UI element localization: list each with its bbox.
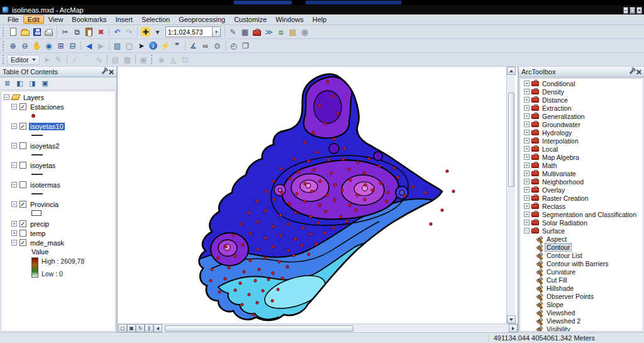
layer-item-isoyetas2[interactable]: −isoyetas2 [1,141,115,150]
expand-icon[interactable]: + [524,211,530,217]
attributes-icon[interactable]: ▤ [109,53,121,65]
tool-item-slope[interactable]: Slope [520,300,643,308]
tool-item-viewshed-2[interactable]: Viewshed 2 [520,317,643,325]
toolbox-label[interactable]: Math [541,162,558,169]
tool-item-viewshed[interactable]: Viewshed [520,308,643,317]
pin-icon[interactable] [102,69,106,74]
collapse-icon[interactable]: − [11,240,17,245]
toolbox-item-generalization[interactable]: +Generalization [520,112,643,120]
sketch-properties-icon[interactable]: ▦ [121,53,133,65]
toolbox-label[interactable]: Extraction [541,104,573,112]
zoom-in-icon[interactable]: ⊕ [7,40,19,52]
scroll-left-button[interactable] [153,324,162,332]
edit-tool-icon[interactable]: ✎ [227,26,239,38]
cut-icon[interactable]: ✂ [59,26,71,38]
forward-extent-icon[interactable]: ▶ [95,40,107,52]
toolbox-item-density[interactable]: +Density [520,87,643,96]
layer-item-precip[interactable]: +✓precip [1,219,115,228]
trace-feature-icon[interactable]: ⊡ [179,53,191,65]
arctoolbox-window-icon[interactable] [251,26,263,38]
toolbox-label[interactable]: Conditional [541,80,577,87]
toolbar-grip[interactable] [151,55,153,64]
create-features-icon[interactable]: ▣ [138,53,150,65]
toolbox-item-raster-creation[interactable]: +Raster Creation [520,194,643,202]
menu-selection[interactable]: Selection [137,15,174,24]
catalog-window-icon[interactable]: ▤ [287,26,299,38]
expand-icon[interactable]: + [524,203,530,209]
layer-checkbox[interactable]: ✓ [19,220,26,227]
search-window-icon[interactable]: ◎ [299,26,311,38]
paste-icon[interactable] [83,26,95,38]
expand-icon[interactable]: + [524,105,530,111]
layer-item-temp[interactable]: +temp [1,228,115,238]
menu-file[interactable]: File [3,15,23,24]
expand-icon[interactable]: + [524,113,530,119]
editor-menu-button[interactable]: Editor [7,55,40,65]
layer-checkbox[interactable]: ✓ [19,239,26,246]
tool-label[interactable]: Slope [545,301,565,308]
hyperlink-icon[interactable]: ⚡ [159,40,171,52]
menu-bookmarks[interactable]: Bookmarks [67,15,111,24]
tool-item-observer-points[interactable]: Observer Points [520,292,643,300]
tool-label[interactable]: Aspect [545,235,568,243]
list-by-source-icon[interactable]: ◧ [14,78,25,89]
close-icon[interactable] [636,69,641,75]
layer-label[interactable]: isoyetas10 [29,123,65,130]
layer-checkbox[interactable] [19,230,26,237]
toolbox-label[interactable]: Hydrology [541,129,573,137]
delete-icon[interactable]: ✖ [95,26,107,38]
toolbox-item-segmentation-and-classification[interactable]: +Segmentation and Classification [520,210,643,218]
add-data-icon[interactable]: ✚ [141,27,150,37]
pin-icon[interactable] [630,69,634,74]
collapse-icon[interactable]: − [524,228,530,233]
layer-checkbox[interactable]: ✓ [19,123,26,130]
collapse-icon[interactable]: − [11,201,17,207]
scroll-right-button[interactable] [509,324,518,332]
layer-checkbox[interactable] [19,162,26,169]
expand-icon[interactable]: + [11,230,17,236]
snapping-icon[interactable]: ◈ [155,53,167,65]
copy-icon[interactable]: ⧉ [71,26,83,38]
find-icon[interactable]: ∞ [199,40,211,52]
toolbar-grip[interactable] [3,27,4,37]
straight-segment-icon[interactable]: ∕ [69,53,81,65]
layer-label[interactable]: isoyetas2 [29,142,60,150]
edit-arrow-icon[interactable]: ➤ [41,53,53,65]
layer-label[interactable]: precip [29,220,50,228]
toolbox-label[interactable]: Neighborhood [541,178,585,186]
layer-label[interactable]: isotermas [29,181,62,189]
tool-label[interactable]: Viewshed 2 [545,317,582,325]
tool-label[interactable]: Visibility [545,325,572,332]
collapse-icon[interactable]: − [4,94,9,100]
tool-label[interactable]: Contour [545,244,571,251]
fixed-zoom-out-icon[interactable]: ⊟ [67,40,79,52]
menu-customize[interactable]: Customize [230,15,271,24]
toolbar-grip[interactable] [3,41,4,50]
menu-view[interactable]: View [44,15,68,24]
pause-drawing-button[interactable]: ∥ [145,324,153,332]
layer-item-isotermas[interactable]: −isotermas [1,180,115,189]
pan-icon[interactable]: ✋ [31,40,43,52]
sketch-tool-icon[interactable]: ✎ [53,53,65,65]
save-icon[interactable] [31,26,43,38]
expand-icon[interactable]: + [524,138,530,143]
toolbox-item-neighborhood[interactable]: +Neighborhood [520,177,643,186]
menu-geoprocessing[interactable]: Geoprocessing [174,15,230,24]
expand-icon[interactable]: + [11,221,17,227]
tool-item-cut-fill[interactable]: Cut Fill [520,276,643,284]
topology-icon[interactable]: ◬ [167,53,179,65]
layer-label[interactable]: temp [29,230,47,237]
expand-icon[interactable]: + [524,195,530,201]
expand-icon[interactable]: + [524,154,530,160]
menu-insert[interactable]: Insert [111,15,137,24]
select-elements-icon[interactable]: ➤ [135,40,147,52]
toolbox-item-local[interactable]: +Local [520,145,643,153]
expand-icon[interactable]: + [524,81,530,86]
layout-view-button[interactable]: ▣ [127,324,136,332]
toolbox-item-reclass[interactable]: +Reclass [520,202,643,210]
python-window-icon[interactable]: ≫ [263,26,275,38]
viewer-window-icon[interactable]: ❐ [240,40,252,52]
tool-item-aspect[interactable]: Aspect [520,235,643,243]
layer-checkbox[interactable]: ✓ [19,201,26,208]
map-scale-combo[interactable]: 1:1.024.573▾ [165,26,221,37]
